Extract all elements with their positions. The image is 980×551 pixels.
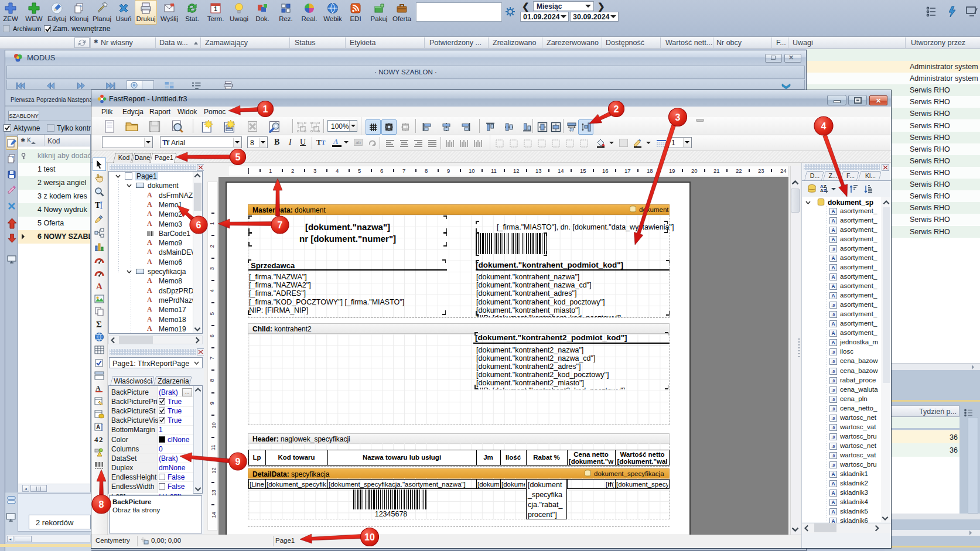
svg-text:8: 8	[99, 499, 104, 509]
svg-text:7: 7	[278, 220, 283, 230]
svg-text:1: 1	[263, 104, 268, 114]
svg-text:2: 2	[614, 104, 619, 114]
svg-text:3: 3	[675, 112, 681, 122]
svg-text:5: 5	[235, 152, 241, 162]
svg-text:9: 9	[235, 457, 241, 467]
svg-text:4: 4	[821, 121, 827, 131]
svg-text:10: 10	[364, 532, 375, 542]
svg-text:6: 6	[196, 220, 202, 230]
